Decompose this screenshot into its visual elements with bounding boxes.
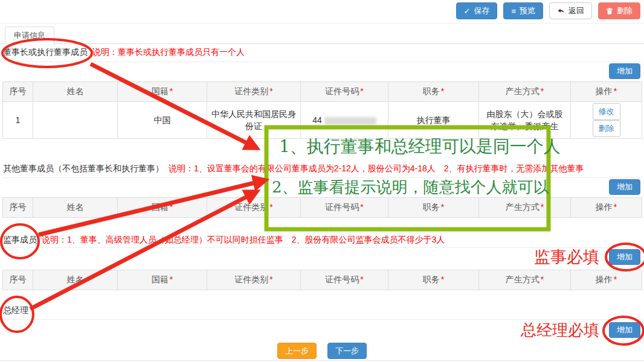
col-actions: 操作* [571, 82, 642, 102]
col-position: 职务* [388, 270, 479, 290]
tab-bar-divider [0, 43, 644, 44]
edit-row-button[interactable]: 修改 [593, 103, 620, 120]
add-supervisor-button[interactable]: 增加 [609, 249, 640, 265]
chairman-note-text: 说明：董事长或执行董事成员只有一个人 [92, 47, 245, 57]
table-header-row: 序号 姓名 国籍* 证件类别* 证件号码* 职务* 产生方式* 操作* [3, 82, 642, 102]
col-method: 产生方式* [479, 82, 571, 102]
col-name: 姓名 [33, 270, 118, 290]
delete-button[interactable]: 删除 [598, 2, 640, 19]
col-actions: 操作* [571, 198, 642, 218]
add-chairman-button[interactable]: 增加 [609, 63, 640, 79]
list-icon: ≡ [511, 7, 516, 15]
annotation-tip-2: 2、监事看提示说明，随意找个人就可以 [272, 177, 549, 198]
previous-step-button[interactable]: 上一步 [277, 343, 317, 359]
col-seq: 序号 [3, 198, 33, 218]
col-position: 职务* [388, 82, 479, 102]
table-row: 1 中国 中华人民共和国居民身份证 44 执行董事 由股东（大）会或股东选举、委… [3, 102, 642, 139]
cell-position: 执行董事 [388, 102, 479, 139]
supervisors-note-text: 说明：1、董事、高级管理人员（如总经理）不可以同时担任监事 2、股份有限公司监事… [42, 235, 445, 244]
redacted-cert-number [324, 117, 376, 125]
cell-nationality: 中国 [118, 102, 207, 139]
col-cert-type: 证件类别* [207, 270, 301, 290]
next-step-button[interactable]: 下一步 [327, 343, 367, 359]
general-manager-title-text: 总经理 [3, 305, 28, 315]
col-name: 姓名 [33, 198, 118, 218]
table-header-row: 序号 姓名 国籍* 证件类别* 证件号码* 职务* 产生方式* 操作* [3, 198, 642, 218]
chairman-title-text: 董事长或执行董事成员 [3, 47, 88, 57]
other-directors-title-text: 其他董事成员（不包括董事长和执行董事） [3, 164, 164, 173]
delete-button-label: 删除 [617, 5, 633, 16]
col-method: 产生方式* [479, 198, 571, 218]
back-button-label: 返回 [568, 5, 584, 16]
section-divider [2, 319, 642, 320]
col-nationality: 国籍* [118, 82, 207, 102]
section-divider [2, 62, 642, 62]
other-directors-table: 序号 姓名 国籍* 证件类别* 证件号码* 职务* 产生方式* 操作* [2, 197, 642, 218]
save-button[interactable]: ✓ 保存 [456, 2, 498, 19]
other-directors-note-text: 说明：1、设置董事会的有限公司董事成员为2-12人，股份公司为4-18人 2、有… [169, 164, 584, 173]
section-title-chairman: 董事长或执行董事成员说明：董事长或执行董事成员只有一个人 [3, 47, 245, 58]
trash-icon [606, 7, 613, 15]
annotation-general-manager-required: 总经理必填 [521, 320, 599, 341]
col-cert-no: 证件号码* [301, 198, 388, 218]
col-nationality: 国籍* [118, 198, 207, 218]
add-other-director-button[interactable]: 增加 [609, 179, 640, 195]
chairman-table: 序号 姓名 国籍* 证件类别* 证件号码* 职务* 产生方式* 操作* 1 中国… [2, 81, 642, 139]
col-name: 姓名 [33, 82, 118, 102]
col-cert-no: 证件号码* [301, 82, 388, 102]
preview-button[interactable]: ≡ 预览 [503, 2, 543, 19]
col-cert-no: 证件号码* [301, 270, 388, 290]
col-cert-type: 证件类别* [207, 82, 301, 102]
col-seq: 序号 [3, 82, 33, 102]
section-divider [2, 177, 642, 178]
delete-row-button[interactable]: 删除 [593, 120, 620, 137]
preview-button-label: 预览 [520, 5, 535, 16]
section-title-supervisors: 监事成员说明：1、董事、高级管理人员（如总经理）不可以同时担任监事 2、股份有限… [3, 235, 445, 246]
cell-actions: 修改删除 [571, 102, 642, 139]
col-seq: 序号 [3, 270, 33, 290]
col-actions: 操作* [571, 270, 642, 290]
add-general-manager-button[interactable]: 增加 [609, 322, 640, 338]
tab-application-info[interactable]: 申请信息 [5, 27, 54, 45]
cell-seq: 1 [3, 102, 33, 139]
footer-divider [0, 360, 644, 361]
section-title-other-directors: 其他董事成员（不包括董事长和执行董事）说明：1、设置董事会的有限公司董事成员为2… [3, 164, 584, 174]
supervisors-table: 序号 姓名 国籍* 证件类别* 证件号码* 职务* 产生方式* 操作* [2, 270, 642, 290]
col-nationality: 国籍* [118, 270, 207, 290]
col-position: 职务* [388, 198, 479, 218]
cell-method: 由股东（大）会或股东选举、委派产生 [479, 102, 571, 139]
section-title-general-manager: 总经理 [3, 305, 28, 316]
footer-nav: 上一步 下一步 [0, 343, 644, 359]
col-cert-type: 证件类别* [207, 198, 301, 218]
col-method: 产生方式* [479, 270, 571, 290]
table-header-row: 序号 姓名 国籍* 证件类别* 证件号码* 职务* 产生方式* 操作* [3, 270, 642, 290]
cell-name [33, 102, 118, 139]
annotation-supervisor-required: 监事必填 [534, 246, 599, 268]
cell-cert-type: 中华人民共和国居民身份证 [207, 102, 301, 139]
cell-cert-no: 44 [301, 102, 388, 139]
section-divider [2, 247, 642, 248]
back-button[interactable]: 返回 [549, 2, 592, 19]
application-form-page: ✓ 保存 ≡ 预览 返回 删除 申请信息 董事长或执行董事成员说明：董事长或执行… [0, 0, 644, 362]
toolbar: ✓ 保存 ≡ 预览 返回 删除 [456, 2, 641, 19]
toolbar-divider [0, 23, 644, 24]
supervisors-title-text: 监事成员 [3, 235, 37, 244]
save-button-label: 保存 [474, 5, 489, 16]
back-arrow-icon [557, 7, 565, 15]
check-icon: ✓ [464, 7, 471, 15]
